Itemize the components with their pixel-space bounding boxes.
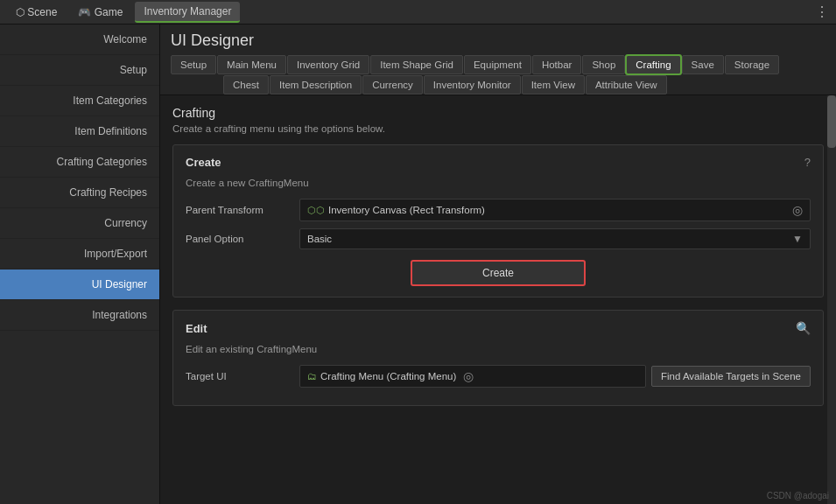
game-icon: 🎮 [78, 6, 91, 18]
content-area: UI Designer Setup Main Menu Inventory Gr… [160, 24, 836, 504]
crafting-desc: Create a crafting menu using the options… [172, 123, 824, 134]
parent-transform-label: Parent Transform [186, 205, 299, 215]
create-panel-subtitle: Create a new CraftingMenu [186, 178, 811, 188]
tabs-row1: Setup Main Menu Inventory Grid Item Shap… [171, 55, 825, 74]
tab-attribute-view[interactable]: Attribute View [586, 75, 667, 94]
main-layout: Welcome Setup Item Categories Item Defin… [0, 24, 836, 504]
tab-storage[interactable]: Storage [725, 55, 779, 74]
scene-tab[interactable]: ⬡ Scene [7, 3, 66, 22]
pick-target-icon[interactable]: ◎ [463, 369, 474, 383]
panel-option-label: Panel Option [186, 234, 299, 244]
scene-icon: ⬡ [16, 6, 25, 18]
game-tab[interactable]: 🎮 Game [69, 3, 131, 22]
tab-crafting[interactable]: Crafting [626, 55, 680, 74]
credit-text: CSDN @adogai [767, 491, 829, 500]
sidebar-item-crafting-recipes[interactable]: Crafting Recipes [0, 178, 159, 208]
tab-setup[interactable]: Setup [171, 55, 216, 74]
create-panel: Create ? Create a new CraftingMenu Paren… [172, 144, 824, 298]
sidebar: Welcome Setup Item Categories Item Defin… [0, 24, 160, 504]
tab-item-shape-grid[interactable]: Item Shape Grid [370, 55, 463, 74]
tab-hotbar[interactable]: Hotbar [532, 55, 582, 74]
top-bar: ⬡ Scene 🎮 Game Inventory Manager ⋮ [0, 0, 836, 24]
tab-item-description[interactable]: Item Description [270, 75, 362, 94]
chevron-down-icon: ▼ [792, 233, 803, 245]
sidebar-item-ui-designer[interactable]: UI Designer [0, 270, 159, 300]
panel-option-row: Panel Option Basic ▼ [186, 228, 811, 249]
sidebar-item-integrations[interactable]: Integrations [0, 300, 159, 331]
tabs-row2: Chest Item Description Currency Inventor… [171, 75, 825, 94]
sidebar-item-welcome[interactable]: Welcome [0, 24, 159, 55]
sidebar-item-crafting-categories[interactable]: Crafting Categories [0, 147, 159, 178]
more-menu-icon[interactable]: ⋮ [815, 4, 829, 20]
designer-title: UI Designer [171, 32, 825, 50]
panel-option-select[interactable]: Basic ▼ [299, 228, 811, 249]
create-btn-row: Create [186, 260, 811, 286]
sidebar-item-item-definitions[interactable]: Item Definitions [0, 116, 159, 147]
target-field: 🗂 Crafting Menu (Crafting Menu) ◎ Find A… [299, 365, 811, 388]
tab-currency[interactable]: Currency [362, 75, 423, 94]
tab-inventory-grid[interactable]: Inventory Grid [287, 55, 369, 74]
target-value: Crafting Menu (Crafting Menu) [320, 371, 456, 382]
target-ui-row: Target UI 🗂 Crafting Menu (Crafting Menu… [186, 365, 811, 388]
tab-inventory-monitor[interactable]: Inventory Monitor [424, 75, 521, 94]
search-icon[interactable]: 🔍 [796, 321, 811, 335]
scrollbar-thumb[interactable] [827, 95, 836, 148]
help-icon[interactable]: ? [804, 156, 811, 169]
create-panel-header: Create ? [186, 156, 811, 169]
sidebar-item-currency[interactable]: Currency [0, 208, 159, 239]
crafting-title: Crafting [172, 106, 824, 120]
edit-panel-header: Edit 🔍 [186, 321, 811, 335]
designer-header: UI Designer Setup Main Menu Inventory Gr… [160, 24, 836, 95]
tab-chest[interactable]: Chest [223, 75, 269, 94]
target-input[interactable]: 🗂 Crafting Menu (Crafting Menu) ◎ [299, 365, 646, 388]
target-icon: 🗂 [307, 371, 317, 382]
panel-option-value: Basic [307, 234, 332, 244]
sidebar-item-item-categories[interactable]: Item Categories [0, 86, 159, 116]
tab-save[interactable]: Save [682, 55, 724, 74]
sidebar-item-import-export[interactable]: Import/Export [0, 239, 159, 270]
parent-transform-text: Inventory Canvas (Rect Transform) [328, 205, 485, 215]
create-button[interactable]: Create [411, 260, 586, 286]
edit-panel-title: Edit [186, 322, 207, 335]
tab-item-view[interactable]: Item View [522, 75, 585, 94]
page-content: Crafting Create a crafting menu using th… [160, 95, 836, 504]
sidebar-item-setup[interactable]: Setup [0, 55, 159, 86]
tab-main-menu[interactable]: Main Menu [217, 55, 286, 74]
edit-panel-subtitle: Edit an existing CraftingMenu [186, 344, 811, 354]
create-panel-title: Create [186, 156, 221, 169]
target-ui-label: Target UI [186, 371, 299, 382]
pick-transform-icon[interactable]: ◎ [792, 203, 803, 217]
inventory-manager-tab[interactable]: Inventory Manager [135, 2, 240, 23]
parent-transform-row: Parent Transform ⬡⬡ Inventory Canvas (Re… [186, 199, 811, 221]
find-targets-button[interactable]: Find Available Targets in Scene [651, 366, 811, 387]
link-icon: ⬡⬡ [307, 205, 325, 216]
tab-shop[interactable]: Shop [582, 55, 625, 74]
tab-equipment[interactable]: Equipment [464, 55, 531, 74]
edit-panel: Edit 🔍 Edit an existing CraftingMenu Tar… [172, 310, 824, 406]
parent-transform-value[interactable]: ⬡⬡ Inventory Canvas (Rect Transform) ◎ [299, 199, 811, 221]
scrollbar-track[interactable] [827, 95, 836, 504]
